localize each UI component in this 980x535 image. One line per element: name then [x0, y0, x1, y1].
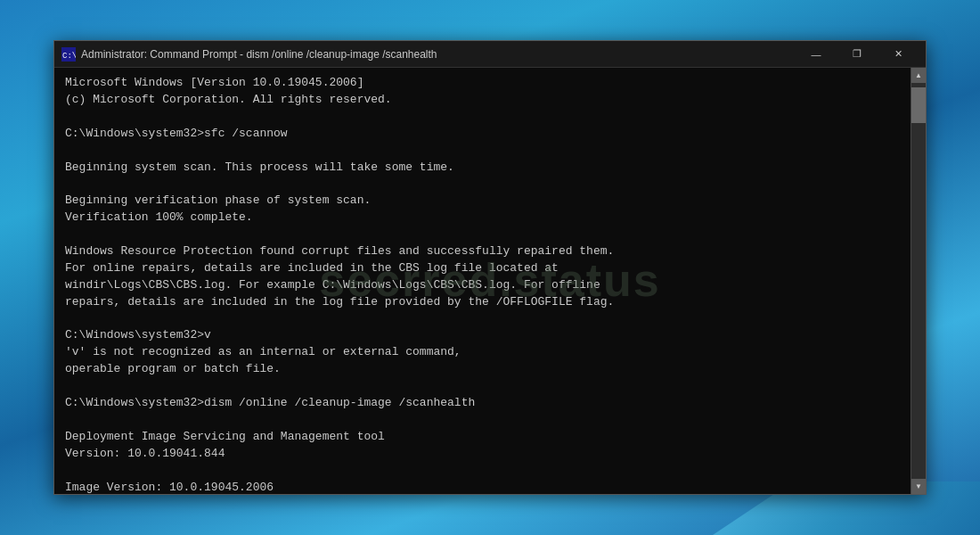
- terminal-line: Beginning verification phase of system s…: [65, 193, 900, 210]
- title-bar: C:\ Administrator: Command Prompt - dism…: [54, 41, 926, 68]
- terminal-line: C:\Windows\system32>dism /online /cleanu…: [65, 395, 900, 412]
- terminal-line: [65, 176, 900, 193]
- terminal-line: 'v' is not recognized as an internal or …: [65, 344, 900, 361]
- close-button[interactable]: ✕: [878, 41, 919, 68]
- terminal-line: [65, 143, 900, 160]
- minimize-button[interactable]: —: [796, 41, 837, 68]
- terminal-line: Beginning system scan. This process will…: [65, 160, 900, 177]
- terminal-line: Windows Resource Protection found corrup…: [65, 243, 900, 260]
- scroll-up-arrow[interactable]: ▲: [911, 68, 927, 83]
- terminal-line: [65, 310, 900, 327]
- terminal-line: Deployment Image Servicing and Managemen…: [65, 429, 900, 446]
- terminal-line: [65, 378, 900, 395]
- maximize-button[interactable]: ❐: [837, 41, 878, 68]
- scroll-thumb[interactable]: [911, 87, 926, 123]
- svg-text:C:\: C:\: [62, 52, 76, 61]
- terminal-line: [65, 109, 900, 126]
- window-title: Administrator: Command Prompt - dism /on…: [81, 48, 796, 61]
- terminal-line: Microsoft Windows [Version 10.0.19045.20…: [65, 75, 900, 92]
- terminal-line: [65, 226, 900, 243]
- terminal-line: Version: 10.0.19041.844: [65, 446, 900, 463]
- terminal-line: Verification 100% complete.: [65, 210, 900, 226]
- terminal-line: windir\Logs\CBS\CBS.log. For example C:\…: [65, 277, 900, 294]
- terminal-line: [65, 463, 900, 480]
- terminal-line: [65, 412, 900, 429]
- terminal-line: (c) Microsoft Corporation. All rights re…: [65, 92, 900, 109]
- window-controls: — ❐ ✕: [796, 41, 919, 68]
- terminal-line: C:\Windows\system32>v: [65, 327, 900, 344]
- terminal-body: secrred.status Microsoft Windows [Versio…: [54, 68, 926, 494]
- terminal-line: For online repairs, details are included…: [65, 260, 900, 277]
- scrollbar[interactable]: ▲ ▼: [911, 68, 926, 494]
- cmd-icon: C:\: [61, 47, 76, 62]
- terminal-line: C:\Windows\system32>sfc /scannow: [65, 126, 900, 143]
- terminal-output: Microsoft Windows [Version 10.0.19045.20…: [65, 75, 900, 494]
- terminal-content[interactable]: secrred.status Microsoft Windows [Versio…: [54, 68, 911, 494]
- terminal-line: Image Version: 10.0.19045.2006: [65, 480, 900, 495]
- terminal-line: repairs, details are included in the log…: [65, 294, 900, 311]
- cmd-window: C:\ Administrator: Command Prompt - dism…: [53, 40, 927, 495]
- scroll-down-arrow[interactable]: ▼: [911, 479, 927, 494]
- scroll-track[interactable]: [911, 83, 926, 479]
- terminal-line: operable program or batch file.: [65, 361, 900, 378]
